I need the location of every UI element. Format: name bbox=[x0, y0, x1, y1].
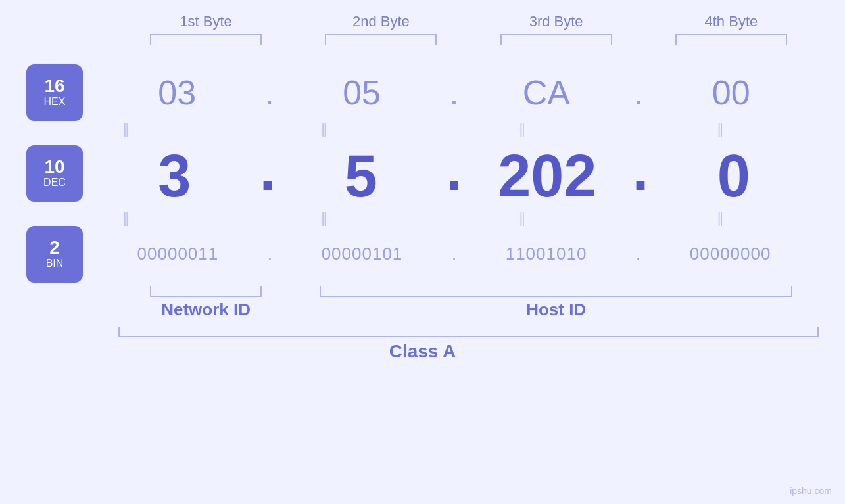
bin-dot1: . bbox=[268, 244, 272, 264]
bin-row: 2 BIN 00000011 . 00000101 . 11001010 . 0… bbox=[26, 226, 819, 283]
dec-b4: 0 bbox=[717, 143, 750, 209]
dec-badge: 10 DEC bbox=[26, 145, 83, 202]
hex-dot1: . bbox=[264, 73, 274, 112]
class-bracket-area bbox=[118, 327, 819, 337]
top-bracket-2 bbox=[325, 34, 437, 45]
bin-dot3: . bbox=[636, 244, 640, 264]
bracket-cell-4 bbox=[644, 34, 819, 45]
bin-badge-label: BIN bbox=[46, 257, 64, 269]
eq1-s4: || bbox=[717, 124, 722, 133]
bin-b3: 11001010 bbox=[506, 244, 587, 263]
bracket-cell-3 bbox=[469, 34, 644, 45]
eq1-c1: || bbox=[26, 124, 224, 133]
host-id-label: Host ID bbox=[526, 300, 586, 319]
bin-b3-cell: 11001010 bbox=[458, 244, 635, 264]
hex-b2-cell: 05 bbox=[274, 73, 449, 112]
hex-dot3: . bbox=[634, 73, 643, 112]
host-label-cell: Host ID bbox=[293, 300, 819, 320]
eq1-c4: || bbox=[621, 124, 819, 133]
network-id-label: Network ID bbox=[161, 300, 251, 319]
network-bracket bbox=[150, 286, 262, 297]
host-bracket-cell bbox=[293, 286, 819, 297]
top-bracket-4 bbox=[675, 34, 787, 45]
equals-row-1: || || || || bbox=[26, 124, 819, 133]
hex-values: 03 . 05 . CA . 00 bbox=[89, 73, 819, 112]
hex-badge: 16 HEX bbox=[26, 64, 83, 121]
hex-badge-num: 16 bbox=[44, 77, 64, 95]
eq2-s4: || bbox=[717, 213, 722, 223]
top-bracket-1 bbox=[150, 34, 262, 45]
bin-b2: 00000101 bbox=[322, 244, 403, 263]
hex-b4-cell: 00 bbox=[644, 73, 819, 112]
bracket-cell-1 bbox=[118, 34, 293, 45]
dec-dot1: . bbox=[259, 136, 276, 210]
network-label-cell: Network ID bbox=[118, 300, 293, 320]
bin-b1: 00000011 bbox=[137, 244, 219, 263]
hex-b1-cell: 03 bbox=[89, 73, 264, 112]
dec-b4-cell: 0 bbox=[649, 143, 819, 210]
top-brackets bbox=[118, 34, 819, 45]
eq2-s2: || bbox=[321, 213, 326, 223]
byte2-header: 2nd Byte bbox=[293, 13, 468, 34]
bin-b1-cell: 00000011 bbox=[89, 244, 266, 264]
dec-badge-num: 10 bbox=[44, 158, 64, 176]
eq1-s2: || bbox=[321, 124, 326, 133]
eq2-s1: || bbox=[123, 213, 128, 223]
eq2-c1: || bbox=[26, 213, 224, 223]
host-bracket bbox=[320, 286, 792, 297]
eq2-c4: || bbox=[621, 213, 819, 223]
dec-b1-cell: 3 bbox=[89, 143, 259, 210]
class-a-label: Class A bbox=[26, 341, 819, 362]
dec-b2-cell: 5 bbox=[276, 143, 446, 210]
dec-row: 10 DEC 3 . 5 . 202 . 0 bbox=[26, 136, 819, 210]
eq2-c2: || bbox=[224, 213, 422, 223]
hex-badge-label: HEX bbox=[44, 95, 66, 108]
bin-b4-cell: 00000000 bbox=[642, 244, 819, 264]
watermark: ipshu.com bbox=[790, 486, 832, 496]
dec-b1: 3 bbox=[158, 143, 191, 209]
dec-values: 3 . 5 . 202 . 0 bbox=[89, 136, 819, 210]
dec-b2: 5 bbox=[345, 143, 377, 209]
hex-row: 16 HEX 03 . 05 . CA . 00 bbox=[26, 64, 819, 121]
bracket-cell-2 bbox=[293, 34, 468, 45]
byte1-header: 1st Byte bbox=[118, 13, 293, 34]
byte4-header: 4th Byte bbox=[644, 13, 819, 34]
eq1-s3: || bbox=[519, 124, 523, 133]
class-bracket bbox=[118, 327, 819, 337]
dec-dot3: . bbox=[632, 136, 648, 210]
hex-b3: CA bbox=[523, 74, 570, 112]
bin-b2-cell: 00000101 bbox=[274, 244, 450, 264]
eq2-s3: || bbox=[519, 213, 523, 223]
dec-dot2: . bbox=[446, 136, 462, 210]
dec-b3: 202 bbox=[498, 143, 596, 209]
bin-badge-num: 2 bbox=[49, 239, 60, 257]
main-container: 1st Byte 2nd Byte 3rd Byte 4th Byte 16 H… bbox=[0, 0, 845, 504]
section-labels: Network ID Host ID bbox=[118, 300, 819, 320]
hex-dot2: . bbox=[449, 73, 458, 112]
byte-headers: 1st Byte 2nd Byte 3rd Byte 4th Byte bbox=[118, 13, 819, 34]
eq1-c3: || bbox=[423, 124, 621, 133]
hex-b3-cell: CA bbox=[459, 73, 634, 112]
eq1-c2: || bbox=[224, 124, 422, 133]
dec-b3-cell: 202 bbox=[462, 143, 632, 210]
eq2-c3: || bbox=[423, 213, 621, 223]
bottom-brackets-area bbox=[118, 286, 819, 297]
hex-b2: 05 bbox=[343, 74, 381, 112]
bin-values: 00000011 . 00000101 . 11001010 . 0000000… bbox=[89, 244, 819, 264]
eq1-s1: || bbox=[123, 124, 128, 133]
bin-b4: 00000000 bbox=[690, 244, 771, 263]
bin-dot2: . bbox=[452, 244, 456, 264]
byte3-header: 3rd Byte bbox=[469, 13, 644, 34]
dec-badge-label: DEC bbox=[43, 176, 66, 189]
hex-b1: 03 bbox=[158, 74, 196, 112]
equals-row-2: || || || || bbox=[26, 213, 819, 223]
hex-b4: 00 bbox=[712, 74, 750, 112]
bin-badge: 2 BIN bbox=[26, 226, 83, 283]
network-bracket-cell bbox=[118, 286, 293, 297]
top-bracket-3 bbox=[500, 34, 612, 45]
